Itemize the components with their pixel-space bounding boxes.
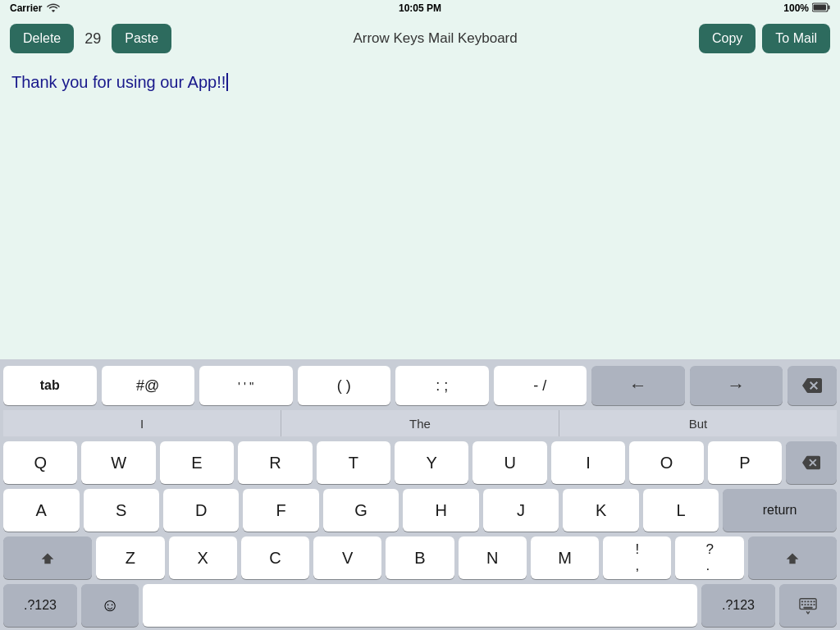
shift-left-icon — [39, 549, 57, 567]
space-key[interactable] — [143, 584, 697, 627]
key-q[interactable]: Q — [3, 441, 77, 484]
key-question-period[interactable]: ?. — [675, 536, 743, 579]
battery-label: 100% — [783, 2, 809, 14]
backspace-key[interactable] — [788, 366, 837, 405]
left-arrow-key[interactable]: ← — [591, 366, 685, 405]
tab-key[interactable]: tab — [3, 366, 97, 405]
autocomplete-i[interactable]: I — [3, 410, 281, 436]
key-i[interactable]: I — [551, 441, 625, 484]
key-row-2: A S D F G H J K L return — [3, 489, 837, 532]
autocomplete-row: I The But — [3, 410, 837, 436]
svg-rect-11 — [807, 604, 809, 605]
keyboard-dismiss-key[interactable] — [779, 584, 837, 627]
backspace-large-icon — [802, 454, 820, 472]
key-r[interactable]: R — [238, 441, 312, 484]
parens-key[interactable]: ( ) — [298, 366, 391, 405]
toolbar-title: Arrow Keys Mail Keyboard — [178, 30, 692, 47]
key-d[interactable]: D — [163, 489, 239, 532]
wifi-icon — [47, 2, 60, 15]
key-o[interactable]: O — [629, 441, 703, 484]
autocomplete-but[interactable]: But — [559, 410, 837, 436]
key-row-3: Z X C V B N M !, ?. — [3, 536, 837, 579]
key-w[interactable]: W — [81, 441, 155, 484]
key-z[interactable]: Z — [96, 536, 164, 579]
key-g[interactable]: G — [323, 489, 399, 532]
key-u[interactable]: U — [472, 441, 546, 484]
key-l[interactable]: L — [643, 489, 719, 532]
key-m[interactable]: M — [531, 536, 599, 579]
svg-rect-6 — [807, 601, 809, 603]
svg-rect-12 — [810, 604, 812, 605]
special-row: tab #@ ' ' " ( ) : ; - / ← → — [3, 366, 837, 405]
dash-slash-key[interactable]: - / — [494, 366, 587, 405]
numbers-right-key[interactable]: .?123 — [701, 584, 775, 627]
key-t[interactable]: T — [317, 441, 390, 484]
key-n[interactable]: N — [459, 536, 527, 579]
copy-button[interactable]: Copy — [699, 24, 756, 53]
emoji-key[interactable]: ☺ — [81, 584, 139, 627]
shift-right-icon — [783, 549, 801, 567]
text-cursor — [226, 73, 228, 91]
key-h[interactable]: H — [403, 489, 478, 532]
key-exclaim-comma[interactable]: !, — [603, 536, 671, 579]
key-e[interactable]: E — [160, 441, 234, 484]
paste-button[interactable]: Paste — [112, 24, 171, 53]
svg-rect-5 — [804, 601, 806, 603]
battery-icon — [812, 2, 830, 15]
svg-rect-4 — [801, 601, 803, 603]
keyboard-icon — [797, 596, 819, 614]
autocomplete-the[interactable]: The — [281, 410, 559, 436]
key-v[interactable]: V — [313, 536, 381, 579]
key-a[interactable]: A — [3, 489, 79, 532]
shift-left-key[interactable] — [3, 536, 92, 579]
key-p[interactable]: P — [708, 441, 782, 484]
shift-right-key[interactable] — [748, 536, 837, 579]
return-key[interactable]: return — [723, 489, 837, 532]
svg-rect-7 — [810, 601, 812, 603]
char-count: 29 — [80, 30, 105, 48]
key-delete-large[interactable] — [786, 441, 837, 484]
svg-rect-13 — [813, 604, 815, 605]
key-row-1: Q W E R T Y U I O P — [3, 441, 837, 484]
key-b[interactable]: B — [386, 536, 454, 579]
status-bar: Carrier 10:05 PM 100% — [0, 0, 840, 16]
text-content: Thank you for using our App!! — [11, 73, 226, 91]
to-mail-button[interactable]: To Mail — [762, 24, 830, 53]
svg-rect-10 — [804, 604, 806, 605]
colons-key[interactable]: : ; — [395, 366, 489, 405]
key-c[interactable]: C — [241, 536, 309, 579]
carrier-label: Carrier — [10, 2, 42, 14]
delete-button[interactable]: Delete — [10, 24, 74, 53]
key-k[interactable]: K — [563, 489, 638, 532]
status-time: 10:05 PM — [399, 2, 441, 14]
key-s[interactable]: S — [84, 489, 159, 532]
hash-at-key[interactable]: #@ — [102, 366, 195, 405]
status-left: Carrier — [10, 2, 60, 15]
svg-rect-8 — [813, 601, 815, 603]
quotes-key[interactable]: ' ' " — [199, 366, 293, 405]
keyboard: tab #@ ' ' " ( ) : ; - / ← → I — [0, 359, 840, 630]
text-area[interactable]: Thank you for using our App!! — [0, 61, 840, 208]
bottom-row: .?123 ☺ .?123 — [3, 584, 837, 627]
key-j[interactable]: J — [483, 489, 559, 532]
key-y[interactable]: Y — [395, 441, 468, 484]
svg-rect-14 — [804, 607, 813, 609]
status-right: 100% — [783, 2, 830, 15]
key-x[interactable]: X — [169, 536, 237, 579]
svg-rect-1 — [829, 5, 830, 9]
backspace-icon — [802, 376, 822, 395]
svg-rect-9 — [801, 604, 803, 605]
key-f[interactable]: F — [243, 489, 318, 532]
numbers-left-key[interactable]: .?123 — [3, 584, 77, 627]
toolbar: Delete 29 Paste Arrow Keys Mail Keyboard… — [0, 16, 840, 61]
svg-rect-2 — [814, 4, 827, 10]
right-arrow-key[interactable]: → — [690, 366, 783, 405]
